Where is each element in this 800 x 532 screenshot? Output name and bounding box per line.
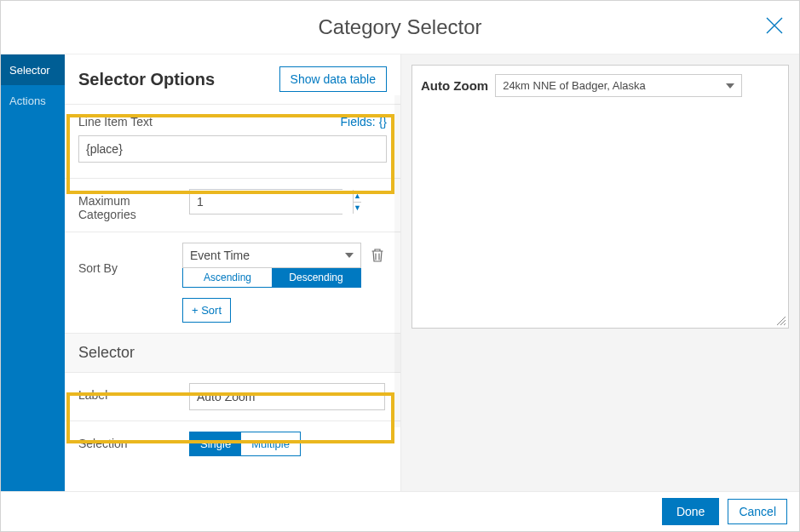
label-row: Label [65,372,400,420]
sort-asc-button[interactable]: Ascending [183,268,272,287]
config-panel: Selector Options Show data table Line It… [65,54,401,491]
tab-actions[interactable]: Actions [1,85,65,116]
max-categories-label: Maximum Categories [78,189,189,221]
scrollbar[interactable] [394,95,400,427]
sort-field-value: Event Time [190,249,250,262]
show-data-table-button[interactable]: Show data table [279,66,387,92]
close-button[interactable] [762,13,787,38]
sort-direction-toggle: Ascending Descending [182,268,361,288]
preview-dropdown[interactable]: 24km NNE of Badger, Alaska [495,74,742,97]
side-tabs: Selector Actions [1,54,65,491]
trash-icon [371,248,384,263]
fields-link[interactable]: Fields: {} [341,115,387,129]
selection-row: Selection Single Multiple [65,420,400,466]
close-icon [764,15,785,36]
selection-single-button[interactable]: Single [190,432,241,455]
selection-label: Selection [78,432,189,450]
line-item-text-section: Line Item Text Fields: {} [65,104,400,178]
max-categories-stepper[interactable]: ▲ ▼ [189,189,342,215]
max-categories-input[interactable] [190,190,353,214]
max-categories-row: Maximum Categories ▲ ▼ [65,178,400,232]
preview-panel: Auto Zoom 24km NNE of Badger, Alaska [401,54,799,491]
cancel-button[interactable]: Cancel [728,499,787,524]
line-item-text-label: Line Item Text [78,115,153,129]
done-button[interactable]: Done [662,498,719,525]
preview-card: Auto Zoom 24km NNE of Badger, Alaska [412,65,789,329]
sort-field-select[interactable]: Event Time [182,243,361,268]
label-field-label: Label [78,383,189,402]
dialog-footer: Done Cancel [1,491,799,531]
preview-label: Auto Zoom [421,78,488,93]
chevron-down-icon [345,253,354,258]
dialog-body: Selector Actions Selector Options Show d… [1,54,799,491]
selection-toggle: Single Multiple [189,432,301,456]
line-item-text-input[interactable] [78,135,387,163]
options-heading: Selector Options [78,70,215,89]
tab-selector[interactable]: Selector [1,54,65,85]
sort-by-label: Sort By [78,243,182,275]
delete-sort-button[interactable] [368,243,387,268]
dialog-title: Category Selector [318,15,481,39]
selection-multiple-button[interactable]: Multiple [241,432,300,455]
stepper-down-icon[interactable]: ▼ [354,203,361,215]
stepper-up-icon[interactable]: ▲ [354,190,361,203]
add-sort-button[interactable]: + Sort [182,298,231,323]
title-bar: Category Selector [1,1,799,54]
label-input[interactable] [189,383,385,410]
category-selector-modal: Category Selector Selector Actions Selec… [0,0,800,532]
selector-subheader: Selector [65,333,400,372]
preview-dropdown-value: 24km NNE of Badger, Alaska [503,79,646,92]
sort-by-row: Sort By Event Time Ascendi [65,232,400,333]
chevron-down-icon [726,83,734,89]
resize-grip-icon[interactable] [776,316,786,326]
sort-desc-button[interactable]: Descending [272,268,360,287]
